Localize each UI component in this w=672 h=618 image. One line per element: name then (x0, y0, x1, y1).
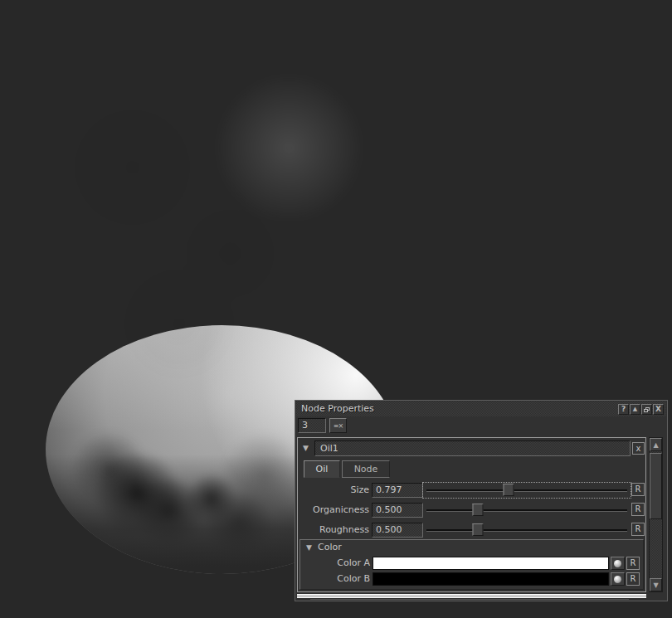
color-b-row: Color B R (300, 572, 643, 586)
color-picker-sphere-icon (614, 560, 621, 567)
node-settings-frame: ▼ Oil1 x Oil Node Size 0.797 R Organicne… (297, 437, 646, 592)
color-picker-sphere-icon (614, 576, 621, 583)
collapse-color-icon[interactable]: ▼ (306, 544, 312, 552)
color-group: ▼ Color Color A R Color B R (299, 539, 644, 590)
scroll-down-icon[interactable]: ▼ (650, 578, 662, 591)
tab-node[interactable]: Node (342, 460, 390, 478)
param-row-organicness: Organicness 0.500 R (298, 503, 645, 518)
refresh-preview-button[interactable]: ≡× (329, 418, 347, 433)
scroll-up-icon[interactable]: ▲ (650, 438, 662, 451)
organicness-reset-button[interactable]: R (631, 503, 645, 516)
organicness-value-input[interactable]: 0.500 (372, 503, 423, 518)
restore-icon[interactable] (641, 404, 652, 415)
organicness-slider[interactable] (425, 503, 629, 518)
size-reset-button[interactable]: R (631, 483, 645, 496)
sphere-mottle-texture (15, 11, 407, 402)
vertical-scrollbar-thumb[interactable] (650, 453, 662, 519)
help-icon[interactable]: ? (618, 404, 629, 415)
color-b-picker-button[interactable] (611, 572, 625, 586)
size-slider-handle[interactable] (503, 484, 514, 496)
param-row-roughness: Roughness 0.500 R (298, 523, 645, 538)
roughness-value-input[interactable]: 0.500 (372, 523, 423, 538)
viewport: Node Properties ? ▲ X 3 ≡× ▼ Oil1 x Oil … (0, 0, 672, 618)
title-bar[interactable]: Node Properties ? ▲ X (296, 401, 666, 416)
tab-oil[interactable]: Oil (304, 460, 340, 478)
horizontal-scrollbar[interactable] (297, 593, 646, 599)
color-a-swatch[interactable] (373, 557, 609, 570)
color-b-swatch[interactable] (373, 572, 609, 586)
organicness-slider-handle[interactable] (472, 504, 483, 516)
size-slider[interactable] (425, 483, 629, 498)
color-a-row: Color A R (300, 557, 643, 571)
size-value-input[interactable]: 0.797 (372, 483, 423, 498)
roughness-slider[interactable] (425, 523, 629, 538)
vertical-scrollbar[interactable]: ▲ ▼ (649, 437, 663, 592)
color-b-reset-button[interactable]: R (626, 572, 640, 586)
organicness-label: Organicness (298, 503, 369, 518)
size-slider-track (426, 489, 627, 492)
color-b-label: Color B (300, 572, 370, 586)
organicness-slider-track (426, 509, 627, 512)
color-a-label: Color A (300, 557, 370, 570)
roughness-reset-button[interactable]: R (631, 523, 645, 536)
node-properties-window: Node Properties ? ▲ X 3 ≡× ▼ Oil1 x Oil … (295, 400, 668, 601)
size-label: Size (298, 483, 369, 498)
param-row-size: Size 0.797 R (298, 483, 645, 498)
roughness-slider-handle[interactable] (472, 523, 483, 536)
horizontal-scrollbar-thumb[interactable] (297, 594, 646, 598)
preview-count-input[interactable]: 3 (298, 418, 326, 433)
close-icon[interactable]: X (653, 404, 664, 415)
roughness-label: Roughness (298, 523, 369, 538)
color-a-picker-button[interactable] (611, 557, 625, 570)
window-title: Node Properties (301, 401, 374, 416)
window-controls: ? ▲ X (618, 404, 664, 415)
roughness-slider-track (426, 529, 627, 532)
color-a-reset-button[interactable]: R (626, 557, 640, 570)
remove-node-button[interactable]: x (632, 442, 645, 455)
node-name-field[interactable]: Oil1 (314, 440, 631, 456)
rollup-icon[interactable]: ▲ (630, 404, 640, 415)
texture-preview-sphere (15, 11, 407, 402)
color-group-title: Color (318, 541, 342, 554)
horizontal-scrollbar-track (310, 599, 629, 600)
collapse-node-icon[interactable]: ▼ (303, 445, 309, 452)
